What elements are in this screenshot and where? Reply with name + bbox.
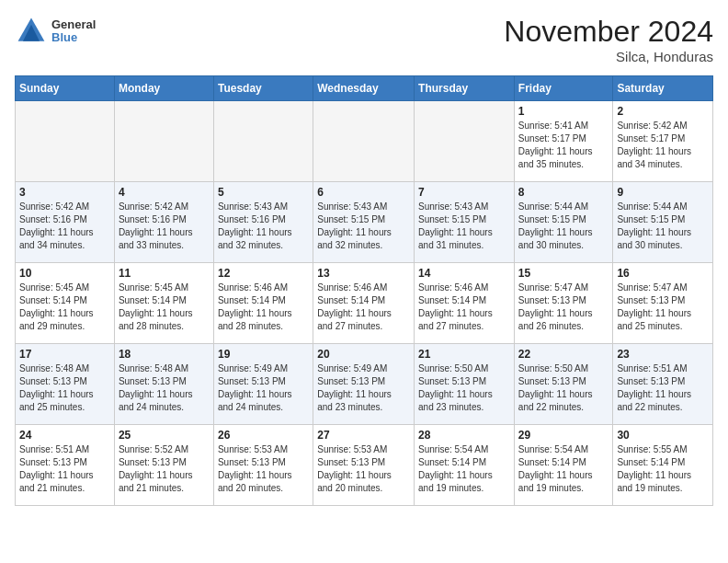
day-number: 19 bbox=[218, 348, 309, 361]
calendar-cell: 14Sunrise: 5:46 AM Sunset: 5:14 PM Dayli… bbox=[415, 263, 515, 344]
calendar-cell: 28Sunrise: 5:54 AM Sunset: 5:14 PM Dayli… bbox=[415, 425, 515, 506]
day-number: 4 bbox=[119, 186, 210, 199]
day-info: Sunrise: 5:46 AM Sunset: 5:14 PM Dayligh… bbox=[418, 282, 510, 333]
location: Silca, Honduras bbox=[504, 49, 713, 64]
calendar-cell: 5Sunrise: 5:43 AM Sunset: 5:16 PM Daylig… bbox=[213, 182, 313, 263]
calendar-cell: 21Sunrise: 5:50 AM Sunset: 5:13 PM Dayli… bbox=[415, 344, 515, 425]
calendar-week-row: 24Sunrise: 5:51 AM Sunset: 5:13 PM Dayli… bbox=[16, 425, 713, 506]
day-number: 18 bbox=[119, 348, 210, 361]
weekday-header: Friday bbox=[514, 76, 613, 101]
day-number: 11 bbox=[119, 267, 210, 280]
day-info: Sunrise: 5:42 AM Sunset: 5:17 PM Dayligh… bbox=[617, 120, 709, 171]
calendar-cell: 20Sunrise: 5:49 AM Sunset: 5:13 PM Dayli… bbox=[313, 344, 415, 425]
day-number: 27 bbox=[317, 429, 410, 442]
day-info: Sunrise: 5:51 AM Sunset: 5:13 PM Dayligh… bbox=[19, 443, 110, 495]
calendar-cell: 13Sunrise: 5:46 AM Sunset: 5:14 PM Dayli… bbox=[313, 263, 415, 344]
day-info: Sunrise: 5:44 AM Sunset: 5:15 PM Dayligh… bbox=[617, 201, 709, 252]
calendar-week-row: 10Sunrise: 5:45 AM Sunset: 5:14 PM Dayli… bbox=[16, 263, 713, 344]
day-info: Sunrise: 5:44 AM Sunset: 5:15 PM Dayligh… bbox=[518, 201, 609, 252]
weekday-header: Sunday bbox=[16, 76, 115, 101]
weekday-header: Monday bbox=[114, 76, 213, 101]
weekday-header-row: SundayMondayTuesdayWednesdayThursdayFrid… bbox=[16, 76, 713, 101]
day-number: 12 bbox=[218, 267, 309, 280]
day-info: Sunrise: 5:48 AM Sunset: 5:13 PM Dayligh… bbox=[119, 362, 210, 414]
day-number: 23 bbox=[617, 348, 709, 361]
calendar-cell: 3Sunrise: 5:42 AM Sunset: 5:16 PM Daylig… bbox=[16, 182, 115, 263]
calendar-cell: 12Sunrise: 5:46 AM Sunset: 5:14 PM Dayli… bbox=[213, 263, 313, 344]
day-number: 8 bbox=[518, 186, 609, 199]
calendar: SundayMondayTuesdayWednesdayThursdayFrid… bbox=[15, 75, 713, 506]
weekday-header: Tuesday bbox=[213, 76, 313, 101]
header: General Blue November 2024 Silca, Hondur… bbox=[15, 15, 713, 64]
logo-icon bbox=[15, 15, 48, 48]
calendar-cell: 30Sunrise: 5:55 AM Sunset: 5:14 PM Dayli… bbox=[613, 425, 713, 506]
calendar-cell: 6Sunrise: 5:43 AM Sunset: 5:15 PM Daylig… bbox=[313, 182, 415, 263]
calendar-cell bbox=[415, 101, 515, 182]
day-info: Sunrise: 5:54 AM Sunset: 5:14 PM Dayligh… bbox=[418, 443, 510, 495]
day-number: 3 bbox=[19, 186, 110, 199]
day-number: 1 bbox=[518, 105, 609, 118]
day-number: 20 bbox=[317, 348, 410, 361]
day-info: Sunrise: 5:41 AM Sunset: 5:17 PM Dayligh… bbox=[518, 120, 609, 171]
calendar-cell: 17Sunrise: 5:48 AM Sunset: 5:13 PM Dayli… bbox=[16, 344, 115, 425]
day-number: 13 bbox=[317, 267, 410, 280]
day-number: 16 bbox=[617, 267, 709, 280]
day-info: Sunrise: 5:53 AM Sunset: 5:13 PM Dayligh… bbox=[317, 443, 410, 495]
day-info: Sunrise: 5:48 AM Sunset: 5:13 PM Dayligh… bbox=[19, 362, 110, 414]
weekday-header: Thursday bbox=[415, 76, 515, 101]
calendar-cell: 7Sunrise: 5:43 AM Sunset: 5:15 PM Daylig… bbox=[415, 182, 515, 263]
day-number: 17 bbox=[19, 348, 110, 361]
day-number: 6 bbox=[317, 186, 410, 199]
calendar-cell: 4Sunrise: 5:42 AM Sunset: 5:16 PM Daylig… bbox=[114, 182, 213, 263]
calendar-week-row: 1Sunrise: 5:41 AM Sunset: 5:17 PM Daylig… bbox=[16, 101, 713, 182]
calendar-cell: 15Sunrise: 5:47 AM Sunset: 5:13 PM Dayli… bbox=[514, 263, 613, 344]
day-number: 7 bbox=[418, 186, 510, 199]
calendar-cell bbox=[16, 101, 115, 182]
day-number: 14 bbox=[418, 267, 510, 280]
calendar-week-row: 3Sunrise: 5:42 AM Sunset: 5:16 PM Daylig… bbox=[16, 182, 713, 263]
calendar-cell: 27Sunrise: 5:53 AM Sunset: 5:13 PM Dayli… bbox=[313, 425, 415, 506]
day-info: Sunrise: 5:42 AM Sunset: 5:16 PM Dayligh… bbox=[119, 201, 210, 252]
day-info: Sunrise: 5:43 AM Sunset: 5:16 PM Dayligh… bbox=[218, 201, 309, 252]
calendar-cell: 8Sunrise: 5:44 AM Sunset: 5:15 PM Daylig… bbox=[514, 182, 613, 263]
day-info: Sunrise: 5:43 AM Sunset: 5:15 PM Dayligh… bbox=[317, 201, 410, 252]
calendar-cell: 1Sunrise: 5:41 AM Sunset: 5:17 PM Daylig… bbox=[514, 101, 613, 182]
month-title: November 2024 bbox=[504, 15, 713, 49]
day-number: 9 bbox=[617, 186, 709, 199]
day-info: Sunrise: 5:50 AM Sunset: 5:13 PM Dayligh… bbox=[418, 362, 510, 414]
calendar-cell bbox=[213, 101, 313, 182]
calendar-cell: 10Sunrise: 5:45 AM Sunset: 5:14 PM Dayli… bbox=[16, 263, 115, 344]
calendar-cell: 22Sunrise: 5:50 AM Sunset: 5:13 PM Dayli… bbox=[514, 344, 613, 425]
day-number: 26 bbox=[218, 429, 309, 442]
calendar-cell: 18Sunrise: 5:48 AM Sunset: 5:13 PM Dayli… bbox=[114, 344, 213, 425]
logo-general: General bbox=[51, 18, 96, 31]
logo-blue: Blue bbox=[51, 31, 96, 44]
calendar-cell: 25Sunrise: 5:52 AM Sunset: 5:13 PM Dayli… bbox=[114, 425, 213, 506]
day-number: 21 bbox=[418, 348, 510, 361]
day-info: Sunrise: 5:50 AM Sunset: 5:13 PM Dayligh… bbox=[518, 362, 609, 414]
day-number: 24 bbox=[19, 429, 110, 442]
day-number: 2 bbox=[617, 105, 709, 118]
calendar-cell: 29Sunrise: 5:54 AM Sunset: 5:14 PM Dayli… bbox=[514, 425, 613, 506]
day-info: Sunrise: 5:55 AM Sunset: 5:14 PM Dayligh… bbox=[617, 443, 709, 495]
day-info: Sunrise: 5:54 AM Sunset: 5:14 PM Dayligh… bbox=[518, 443, 609, 495]
day-info: Sunrise: 5:43 AM Sunset: 5:15 PM Dayligh… bbox=[418, 201, 510, 252]
day-info: Sunrise: 5:42 AM Sunset: 5:16 PM Dayligh… bbox=[19, 201, 110, 252]
day-number: 10 bbox=[19, 267, 110, 280]
calendar-cell: 23Sunrise: 5:51 AM Sunset: 5:13 PM Dayli… bbox=[613, 344, 713, 425]
calendar-cell bbox=[114, 101, 213, 182]
page: General Blue November 2024 Silca, Hondur… bbox=[0, 0, 728, 521]
day-number: 22 bbox=[518, 348, 609, 361]
calendar-week-row: 17Sunrise: 5:48 AM Sunset: 5:13 PM Dayli… bbox=[16, 344, 713, 425]
calendar-cell: 19Sunrise: 5:49 AM Sunset: 5:13 PM Dayli… bbox=[213, 344, 313, 425]
day-number: 29 bbox=[518, 429, 609, 442]
day-number: 15 bbox=[518, 267, 609, 280]
day-number: 25 bbox=[119, 429, 210, 442]
day-info: Sunrise: 5:52 AM Sunset: 5:13 PM Dayligh… bbox=[119, 443, 210, 495]
day-number: 30 bbox=[617, 429, 709, 442]
weekday-header: Wednesday bbox=[313, 76, 415, 101]
weekday-header: Saturday bbox=[613, 76, 713, 101]
day-info: Sunrise: 5:49 AM Sunset: 5:13 PM Dayligh… bbox=[218, 362, 309, 414]
calendar-cell: 2Sunrise: 5:42 AM Sunset: 5:17 PM Daylig… bbox=[613, 101, 713, 182]
calendar-cell: 16Sunrise: 5:47 AM Sunset: 5:13 PM Dayli… bbox=[613, 263, 713, 344]
